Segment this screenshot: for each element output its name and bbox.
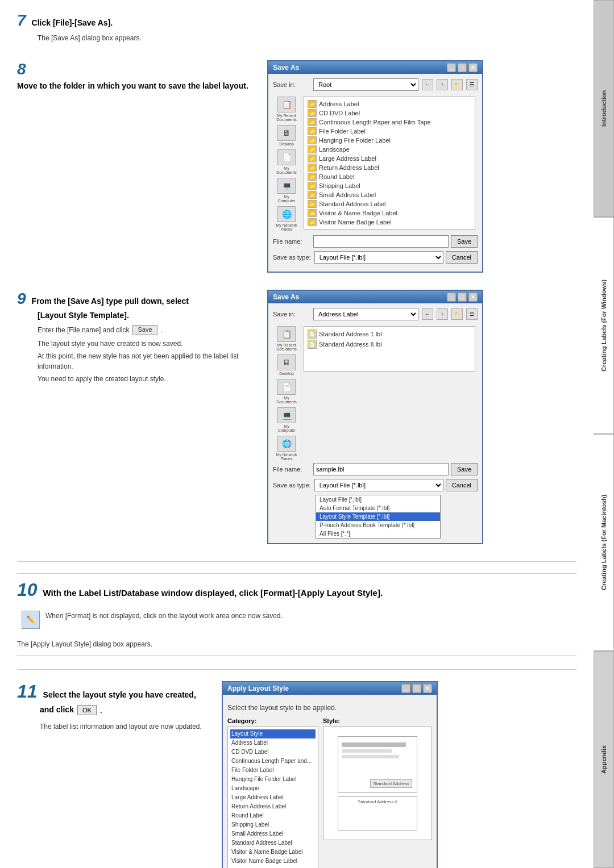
tab-introduction[interactable]: Introduction (594, 0, 614, 217)
dialog-1-left-nav: 📋 My Recent Documents 🖥 Desktop 📄 My Doc… (273, 94, 301, 235)
category-item[interactable]: Visitor & Name Badge Label (230, 848, 316, 857)
file-list-item[interactable]: 📁Address Label (306, 99, 472, 108)
dialog-2-save-in-select[interactable]: Address Label (313, 308, 418, 320)
nav-my-docs[interactable]: 📄 My Documents (275, 149, 298, 174)
file-list-item[interactable]: 📁Shipping Label (306, 181, 472, 190)
step-11-ok-btn[interactable]: OK (77, 705, 97, 715)
dialog-1-up-btn[interactable]: ↑ (437, 79, 448, 90)
category-item[interactable]: File Folder Label (230, 766, 316, 775)
file-list-item[interactable]: 📁Continuous Length Paper and Film Tape (306, 118, 472, 127)
dialog-2-titlebar: Save As _ □ ✕ (268, 291, 482, 303)
dialog-2-back-btn[interactable]: ← (422, 308, 433, 320)
file-list-item[interactable]: 📁CD DVD Label (306, 108, 472, 118)
file-icon-2: 📄 (308, 340, 317, 349)
dialog-1-back-btn[interactable]: ← (422, 79, 433, 90)
dialog-1-savetype-row: Save as type: Layout File [*.lbl] Cancel (273, 251, 478, 264)
folder-icon: 📁 (308, 182, 317, 190)
nav2-network[interactable]: 🌐 My Network Places (275, 436, 298, 461)
file-list-item[interactable]: 📁Visitor & Name Badge Label (306, 208, 472, 218)
step-8-right: Save As _ □ ✕ Save in: Root ← ↑ (267, 60, 576, 273)
dialog-2-maximize-btn[interactable]: □ (458, 293, 467, 302)
file-list-item[interactable]: 📁Hanging File Folder Label (306, 136, 472, 145)
folder-icon: 📁 (308, 127, 317, 135)
category-item[interactable]: Landscape (230, 784, 316, 793)
category-item[interactable]: Hanging File Folder Label (230, 775, 316, 784)
category-item[interactable]: Layout Style (230, 729, 316, 738)
step-7-desc: The [Save As] dialog box appears. (38, 33, 256, 43)
tab-creating-mac[interactable]: Creating Labels (For Macintosh) (594, 434, 614, 651)
folder-icon: 📁 (308, 145, 317, 153)
dialog-1-save-button[interactable]: Save (451, 235, 478, 248)
file-list-item[interactable]: 📁Standard Address Label (306, 199, 472, 208)
apply-dialog-maximize-btn[interactable]: □ (412, 684, 421, 693)
category-item[interactable]: Standard Address Label (230, 838, 316, 848)
file-list-item[interactable]: 📁File Folder Label (306, 127, 472, 136)
step-9-title-part1: From the [Save As] type pull down, selec… (32, 296, 189, 307)
nav2-recent-docs[interactable]: 📋 My Recent Documents (275, 326, 298, 351)
savetype-dropdown-list[interactable]: Layout File [*.lbl] Auto Format Template… (316, 495, 441, 539)
dialog-2-view-btn[interactable]: ☰ (466, 308, 478, 320)
dropdown-opt-1[interactable]: Layout File [*.lbl] (316, 495, 440, 504)
dialog-1-view-btn[interactable]: ☰ (466, 79, 478, 90)
dropdown-opt-3-highlighted[interactable]: Layout Style Template [*.lbl] (316, 512, 440, 521)
category-item[interactable]: Continuous Length Paper and... (230, 757, 316, 766)
category-item[interactable]: Visitor Name Badge Label (230, 857, 316, 866)
dialog-1-filename-input[interactable] (313, 235, 449, 248)
apply-dialog-close-btn[interactable]: ✕ (423, 684, 432, 693)
dialog-2-save-button[interactable]: Save (451, 463, 478, 475)
step-10-note: When [Format] is not displayed, click on… (45, 611, 283, 621)
dialog-1-maximize-btn[interactable]: □ (458, 63, 467, 72)
nav2-my-computer[interactable]: 💻 My Computer (275, 407, 298, 432)
file-list-item[interactable]: 📁Large Address Label (306, 154, 472, 163)
dialog-1-savetype-select[interactable]: Layout File [*.lbl] (314, 251, 443, 264)
category-item[interactable]: Return Address Label (230, 802, 316, 811)
dialog-1-file-list[interactable]: 📁Address Label📁CD DVD Label📁Continuous L… (304, 97, 475, 229)
dialog-2-new-folder-btn[interactable]: 📁 (451, 308, 463, 320)
dialog-2-close-btn[interactable]: ✕ (468, 293, 478, 302)
dialog-1-close-btn[interactable]: ✕ (468, 63, 478, 72)
file-item-standard-2[interactable]: 📄 Standard Address II.lbl (306, 339, 472, 349)
file-item-standard-1[interactable]: 📄 Standard Address 1.lbl (306, 329, 472, 339)
category-item[interactable]: Large Address Label (230, 793, 316, 802)
file-list-item[interactable]: 📁Landscape (306, 145, 472, 154)
dialog-2-file-list[interactable]: 📄 Standard Address 1.lbl 📄 Standard Addr… (304, 326, 475, 372)
nav-my-computer[interactable]: 💻 My Computer (275, 178, 298, 203)
dialog-2-savetype-select[interactable]: Layout File [*.lbl] (314, 479, 443, 491)
dialog-1-save-in-select[interactable]: Root (313, 78, 418, 91)
nav2-desktop[interactable]: 🖥 Desktop (275, 354, 298, 375)
file-list-item[interactable]: 📁Visitor Name Badge Label (306, 218, 472, 227)
file-list-item[interactable]: 📁Round Label (306, 172, 472, 181)
category-item[interactable]: CD DVD Label (230, 748, 316, 757)
category-list[interactable]: Layout Style Address Label CD DVD Label … (227, 727, 318, 868)
nav-desktop[interactable]: 🖥 Desktop (275, 125, 298, 146)
dialog-2-minimize-btn[interactable]: _ (447, 293, 456, 302)
dialog-1-cancel-button[interactable]: Cancel (446, 251, 478, 264)
tab-creating-windows[interactable]: Creating Labels (For Windows) (594, 217, 614, 434)
dropdown-opt-2[interactable]: Auto Format Template [*.lbl] (316, 504, 440, 512)
step-9-save-btn[interactable]: Save (132, 325, 157, 335)
nav2-my-docs[interactable]: 📄 My Documents (275, 379, 298, 404)
dialog-2-cancel-button[interactable]: Cancel (446, 479, 478, 491)
apply-layout-dialog: Apply Layout Style _ □ ✕ Select the layo… (222, 681, 438, 868)
dropdown-opt-5[interactable]: All Files [*.*] (316, 529, 440, 538)
file-list-item[interactable]: 📁Return Address Label (306, 163, 472, 172)
dialog-2-up-btn[interactable]: ↑ (437, 308, 448, 320)
nav-recent-docs[interactable]: 📋 My Recent Documents (275, 97, 298, 122)
category-item[interactable]: Small Address Label (230, 829, 316, 838)
dropdown-opt-4[interactable]: P-touch Address Book Template [*.lbl] (316, 521, 440, 529)
file-item-name: Standard Address Label (319, 201, 385, 207)
category-panel: Category: Layout Style Address Label CD … (227, 717, 318, 868)
file-list-item[interactable]: 📁Small Address Label (306, 190, 472, 199)
dialog-1-new-folder-btn[interactable]: 📁 (451, 79, 463, 90)
dialog-2-filename-input[interactable] (313, 463, 449, 475)
category-item[interactable]: Address Label (230, 738, 316, 748)
category-item[interactable]: Round Label (230, 811, 316, 820)
step-11-number: 11 (17, 681, 38, 702)
apply-dialog-minimize-btn[interactable]: _ (401, 684, 410, 693)
category-item[interactable]: Shipping Label (230, 820, 316, 829)
nav-network[interactable]: 🌐 My Network Places (275, 206, 298, 231)
dialog-2-left-nav: 📋 My Recent Documents 🖥 Desktop 📄 My Doc… (273, 324, 301, 463)
dialog-1-titlebar: Save As _ □ ✕ (268, 61, 482, 74)
dialog-1-minimize-btn[interactable]: _ (447, 63, 456, 72)
tab-appendix[interactable]: Appendix (594, 651, 614, 868)
